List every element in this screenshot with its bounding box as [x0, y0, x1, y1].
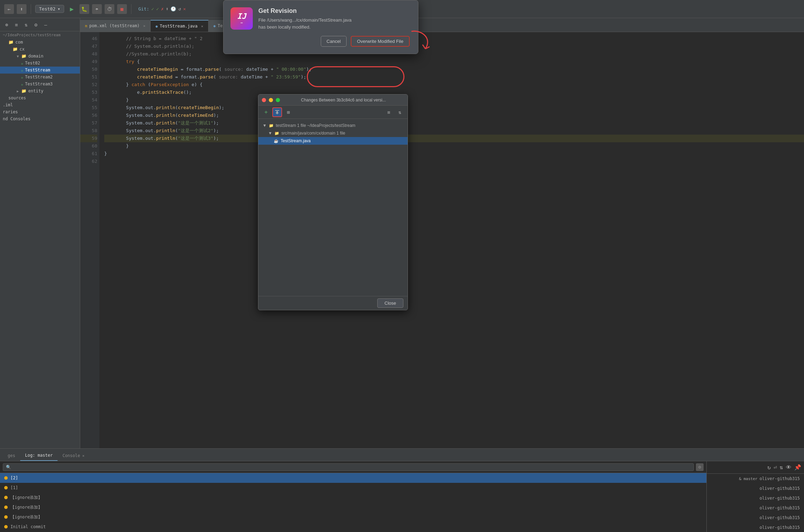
changes-tree-root[interactable]: ▼ 📁 testStream 1 file ~/IdeaProjects/tes… [258, 122, 408, 129]
annotation-red-arrow [408, 28, 436, 57]
folder-icon-src: 📁 [274, 131, 279, 136]
close-button[interactable]: Close [377, 298, 403, 308]
changes-tree-src[interactable]: ▼ 📁 src/main/java/com/cx/domain 1 file [258, 129, 408, 137]
svg-rect-1 [276, 111, 278, 113]
traffic-light-red[interactable] [262, 98, 266, 102]
cancel-button[interactable]: Cancel [321, 36, 347, 47]
changes-sort-icon[interactable]: ≡ [384, 107, 394, 117]
modal-description: File /Users/wang.../cx/domain/TestStream… [258, 17, 410, 30]
modal-buttons: Cancel Overwrite Modified File [230, 36, 410, 47]
changes-title-bar: Changes Between 3b3c84c6 and local versi… [258, 94, 408, 106]
file-icon-teststream: ☕ [274, 139, 279, 143]
changes-dialog-title: Changes Between 3b3c84c6 and local versi… [283, 98, 404, 102]
changes-filter-icon[interactable]: ⇅ [395, 107, 405, 117]
changes-tree-file[interactable]: ☕ TestStream.java [258, 137, 408, 145]
ij-logo-text: IJ — [237, 13, 246, 25]
changes-between-dialog: Changes Between 3b3c84c6 and local versi… [258, 94, 408, 310]
arrow-src: ▼ [268, 131, 272, 136]
modal-overlay: IJ — Get Revision File /Users/wang.../cx… [0, 0, 804, 532]
annotation-red-circle [307, 66, 404, 87]
arrow-root: ▼ [263, 123, 267, 128]
changes-add-icon[interactable]: + [261, 107, 271, 117]
svg-rect-0 [275, 110, 279, 111]
intellij-logo: IJ — [230, 7, 253, 30]
traffic-light-yellow[interactable] [269, 98, 273, 102]
get-revision-dialog: IJ — Get Revision File /Users/wang.../cx… [223, 0, 418, 54]
modal-title: Get Revision [258, 7, 410, 15]
changes-root-label: testStream 1 file ~/IdeaProjects/testStr… [276, 123, 355, 128]
changes-src-label: src/main/java/com/cx/domain 1 file [281, 131, 345, 136]
changes-download-icon[interactable] [272, 107, 282, 117]
traffic-light-green[interactable] [276, 98, 280, 102]
changes-footer: Close [258, 296, 408, 310]
changes-file-label: TestStream.java [281, 138, 311, 143]
folder-icon-root: 📁 [269, 123, 274, 128]
changes-toolbar: + ⊞ ≡ ⇅ [258, 106, 408, 119]
changes-tree: ▼ 📁 testStream 1 file ~/IdeaProjects/tes… [258, 119, 408, 296]
changes-compare-icon[interactable]: ⊞ [283, 107, 293, 117]
modal-title-area: Get Revision File /Users/wang.../cx/doma… [258, 7, 410, 30]
overwrite-modified-file-button[interactable]: Overwrite Modified File [351, 36, 410, 47]
modal-header: IJ — Get Revision File /Users/wang.../cx… [230, 7, 410, 30]
